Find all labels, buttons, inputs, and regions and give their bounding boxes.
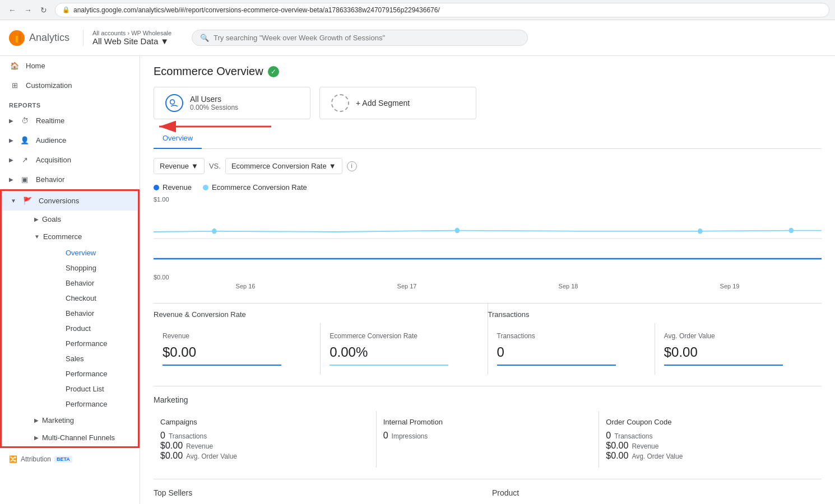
dropdown-arrow-icon: ▼ — [160, 36, 169, 46]
product-section-title: Product — [492, 488, 822, 497]
conversions-label: Conversions — [39, 197, 79, 205]
lock-icon: 🔒 — [62, 6, 70, 13]
legend-conversion-rate: Ecommerce Conversion Rate — [203, 183, 307, 192]
address-bar[interactable]: 🔒 analytics.google.com/analytics/web/#/r… — [55, 3, 829, 17]
sidebar-item-marketing[interactable]: ▶ Marketing — [27, 412, 138, 429]
secondary-metric-label: Ecommerce Conversion Rate — [231, 162, 327, 170]
sidebar-item-product-behavior[interactable]: Behavior — [61, 306, 138, 321]
conversion-rate-stat-label: Ecommerce Conversion Rate — [330, 332, 478, 340]
revenue-underline — [163, 365, 281, 366]
property-name[interactable]: All Web Site Data ▼ — [92, 36, 171, 46]
impressions-label: Impressions — [392, 432, 428, 440]
marketing-expand-icon: ▶ — [34, 417, 39, 423]
checkout-behavior-label: Behavior — [66, 279, 94, 287]
sidebar-item-conversions[interactable]: ▼ 🚩 Conversions — [2, 191, 138, 211]
campaigns-revenue-num: $0.00 — [160, 441, 183, 451]
reload-button[interactable]: ↻ — [37, 3, 50, 17]
realtime-icon: ⏱ — [19, 116, 30, 125]
expand-icon: ▼ — [11, 198, 16, 204]
multi-channel-expand-icon: ▶ — [34, 435, 39, 441]
expand-icon: ▶ — [9, 176, 13, 183]
svg-point-7 — [454, 228, 460, 234]
expand-icon: ▶ — [9, 118, 13, 124]
revenue-stats: Revenue $0.00 Ecommerce Conversion Rate … — [154, 323, 488, 375]
sidebar-item-performance[interactable]: Performance — [61, 336, 138, 351]
product-behavior-label: Behavior — [66, 309, 94, 318]
svg-point-9 — [788, 228, 794, 234]
sidebar-item-attribution[interactable]: 🔀 Attribution BETA — [0, 448, 140, 470]
ecommerce-children: Overview Shopping Behavior Checkout Beha… — [27, 245, 138, 412]
sidebar-item-ecommerce[interactable]: ▼ Ecommerce — [27, 228, 138, 245]
search-input-wrapper[interactable]: 🔍 — [192, 30, 528, 46]
tabs-bar: Overview — [154, 128, 822, 149]
transactions-section-title: Transactions — [488, 303, 822, 319]
stat-revenue: Revenue $0.00 — [154, 323, 321, 375]
controls-row: Revenue ▼ VS. Ecommerce Conversion Rate … — [154, 158, 822, 174]
sidebar-item-behavior[interactable]: ▶ ▣ Behavior — [0, 170, 140, 189]
x-label-sep16: Sep 16 — [236, 283, 256, 290]
primary-metric-label: Revenue — [160, 162, 189, 170]
vs-label: VS. — [209, 162, 221, 170]
add-segment-info: + Add Segment — [356, 99, 410, 108]
dropdown-chevron-icon-2: ▼ — [329, 162, 336, 170]
segment-all-users[interactable]: All Users 0.00% Sessions — [154, 87, 310, 119]
legend-revenue: Revenue — [154, 183, 192, 192]
sidebar-item-acquisition[interactable]: ▶ ↗ Acquisition — [0, 150, 140, 170]
beta-badge: BETA — [54, 456, 72, 463]
sidebar-item-audience[interactable]: ▶ 👤 Audience — [0, 130, 140, 150]
performance-label: Performance — [66, 339, 107, 348]
all-users-name: All Users — [190, 95, 238, 104]
sidebar-item-shopping[interactable]: Shopping — [61, 260, 138, 276]
sidebar-item-product-list[interactable]: Product List — [61, 381, 138, 396]
sidebar-item-checkout[interactable]: Checkout — [61, 291, 138, 306]
app-name: Analytics — [29, 32, 69, 44]
primary-metric-dropdown[interactable]: Revenue ▼ — [154, 158, 205, 174]
all-users-circle — [165, 94, 183, 112]
sidebar-item-product[interactable]: Product — [61, 321, 138, 336]
ga-header: Analytics All accounts › WP Wholesale Al… — [0, 20, 835, 56]
product-list-perf-label: Performance — [66, 400, 107, 408]
stat-conversion-rate: Ecommerce Conversion Rate 0.00% — [321, 323, 487, 375]
customization-label: Customization — [26, 81, 72, 90]
customization-icon: ⊞ — [9, 81, 20, 90]
sidebar-item-home[interactable]: 🏠 Home — [0, 56, 140, 76]
transactions-underline — [497, 365, 616, 366]
conversion-rate-underline — [330, 365, 448, 366]
reports-section-header: REPORTS — [0, 95, 140, 111]
property-selector[interactable]: All accounts › WP Wholesale All Web Site… — [83, 30, 171, 46]
legend-row: Revenue Ecommerce Conversion Rate — [154, 183, 822, 192]
marketing-section: Marketing Campaigns 0 Transactions $0.00… — [154, 386, 822, 468]
chart-container: $1.00 $0.00 Sep 16 Sep 17 Sep 18 Sep 19 — [154, 196, 822, 290]
multi-channel-section: ▶ Multi-Channel Funnels — [2, 429, 138, 446]
sidebar-item-sales-performance[interactable]: Performance — [61, 366, 138, 381]
content-area: Ecommerce Overview ✓ All Users 0.00% Ses… — [140, 56, 835, 504]
info-icon[interactable]: i — [347, 161, 357, 171]
sidebar-item-product-list-perf[interactable]: Performance — [61, 396, 138, 412]
sidebar-item-checkout-behavior[interactable]: Behavior — [61, 276, 138, 291]
revenue-dot — [154, 185, 159, 190]
sidebar-item-overview[interactable]: Overview — [61, 245, 138, 260]
tab-overview[interactable]: Overview — [154, 128, 202, 149]
back-button[interactable]: ← — [6, 3, 19, 17]
secondary-metric-dropdown[interactable]: Ecommerce Conversion Rate ▼ — [225, 158, 342, 174]
order-coupon-title: Order Coupon Code — [606, 418, 815, 426]
revenue-legend-label: Revenue — [163, 183, 192, 192]
transactions-value: 0 — [497, 344, 646, 360]
marketing-section-nav: ▶ Marketing — [2, 412, 138, 429]
sidebar-item-goals[interactable]: ▶ Goals — [27, 211, 138, 228]
search-input[interactable] — [214, 34, 519, 42]
page-title-text: Ecommerce Overview — [154, 65, 263, 78]
impressions-num: 0 — [383, 431, 388, 441]
sidebar-item-customization[interactable]: ⊞ Customization — [0, 76, 140, 95]
sidebar-item-sales[interactable]: Sales — [61, 351, 138, 366]
url-text: analytics.google.com/analytics/web/#/rep… — [73, 6, 440, 14]
verified-icon: ✓ — [268, 66, 279, 77]
attribution-label: Attribution — [21, 455, 51, 463]
sidebar-item-realtime[interactable]: ▶ ⏱ Realtime — [0, 111, 140, 130]
segment-add[interactable]: + Add Segment — [319, 87, 476, 119]
coupon-revenue-num: $0.00 — [606, 441, 628, 451]
all-users-sessions: 0.00% Sessions — [190, 104, 238, 111]
x-label-sep18: Sep 18 — [559, 283, 578, 290]
sidebar-item-multi-channel[interactable]: ▶ Multi-Channel Funnels — [27, 429, 138, 446]
forward-button[interactable]: → — [21, 3, 35, 17]
